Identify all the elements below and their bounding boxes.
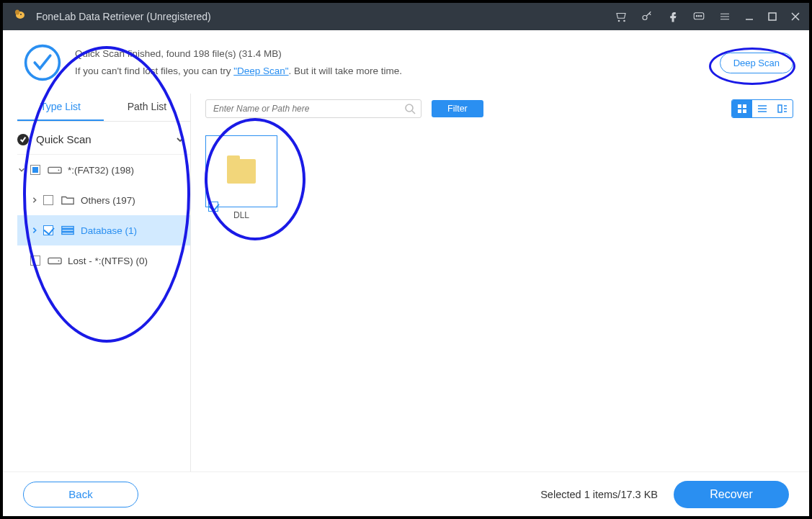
close-icon[interactable]: [790, 12, 800, 22]
view-grid-button[interactable]: [732, 100, 752, 117]
tree-others[interactable]: Others (197): [17, 185, 190, 215]
cart-icon[interactable]: [615, 10, 628, 23]
svg-point-11: [58, 170, 60, 171]
file-checkbox[interactable]: [208, 202, 218, 212]
chevron-right-icon: [30, 226, 39, 235]
svg-rect-10: [48, 167, 61, 173]
maximize-icon[interactable]: [767, 12, 777, 22]
selection-info: Selected 1 items/17.3 KB: [540, 489, 658, 500]
tree-database[interactable]: Database (1): [17, 215, 190, 245]
svg-rect-19: [743, 104, 746, 108]
footer: Back Selected 1 items/17.3 KB Recover: [3, 471, 809, 516]
checkbox-empty[interactable]: [30, 256, 40, 266]
app-logo-icon: [12, 8, 29, 25]
svg-rect-21: [743, 109, 746, 113]
deep-scan-link[interactable]: "Deep Scan": [233, 66, 288, 76]
titlebar: FoneLab Data Retriever (Unregistered): [3, 3, 809, 30]
chevron-down-icon: [176, 135, 184, 144]
search-input[interactable]: [205, 99, 421, 118]
menu-icon[interactable]: [718, 10, 731, 23]
svg-point-7: [700, 16, 702, 17]
svg-point-16: [58, 261, 60, 262]
svg-point-1: [15, 10, 19, 15]
recover-button[interactable]: Recover: [674, 481, 789, 508]
svg-rect-18: [738, 104, 741, 108]
facebook-icon[interactable]: [666, 10, 679, 23]
tab-type-list[interactable]: Type List: [17, 94, 104, 121]
app-title: FoneLab Data Retriever (Unregistered): [36, 11, 615, 22]
tree-drive-fat32[interactable]: *:(FAT32) (198): [17, 155, 190, 185]
chevron-right-icon: [30, 196, 39, 204]
svg-rect-14: [62, 233, 73, 235]
file-thumbnail: [205, 135, 277, 207]
svg-point-2: [20, 14, 22, 15]
view-toggle: [731, 99, 793, 118]
svg-point-9: [26, 46, 60, 80]
view-list-button[interactable]: [752, 100, 772, 117]
database-icon: [61, 225, 75, 236]
svg-point-3: [643, 16, 647, 20]
tab-path-list[interactable]: Path List: [104, 94, 190, 121]
file-grid: DLL: [205, 131, 793, 220]
svg-rect-8: [769, 13, 776, 20]
checkbox-partial[interactable]: [30, 165, 40, 175]
folder-icon: [61, 194, 75, 206]
drive-icon: [48, 164, 62, 176]
svg-rect-12: [62, 227, 73, 229]
chevron-down-icon: [17, 166, 26, 174]
sidebar: Type List Path List Quick Scan *:(FAT32)…: [3, 94, 190, 488]
search-icon[interactable]: [404, 103, 416, 114]
svg-rect-15: [48, 258, 61, 263]
deep-scan-button[interactable]: Deep Scan: [720, 53, 793, 73]
main-area: Type List Path List Quick Scan *:(FAT32)…: [3, 94, 809, 488]
svg-rect-22: [778, 105, 782, 112]
success-check-icon: [23, 43, 62, 82]
feedback-icon[interactable]: [692, 10, 705, 23]
vertical-divider: [190, 94, 191, 488]
checkbox-empty[interactable]: [43, 195, 53, 205]
app-window: FoneLab Data Retriever (Unregistered) Qu…: [0, 0, 812, 519]
filter-button[interactable]: Filter: [432, 100, 483, 117]
minimize-icon[interactable]: [744, 12, 754, 22]
drive-icon: [48, 255, 62, 266]
tree-quick-scan[interactable]: Quick Scan: [17, 125, 190, 155]
status-line2: If you can't find lost files, you can tr…: [75, 63, 720, 80]
folder-icon: [227, 159, 256, 184]
svg-rect-13: [62, 230, 73, 232]
svg-rect-20: [738, 109, 741, 113]
svg-point-5: [696, 16, 697, 17]
sidebar-tabs: Type List Path List: [17, 94, 190, 122]
back-button[interactable]: Back: [23, 482, 138, 507]
view-detail-button[interactable]: [772, 100, 793, 117]
file-name: DLL: [205, 210, 277, 220]
key-icon[interactable]: [641, 10, 653, 23]
tree-lost-ntfs[interactable]: Lost - *:(NTFS) (0): [17, 245, 190, 276]
search-box: [205, 99, 421, 118]
status-row: Quick Scan finished, found 198 file(s) (…: [3, 30, 809, 94]
badge-check-icon: [17, 134, 29, 145]
content-area: Filter DLL: [197, 94, 809, 488]
svg-point-17: [406, 104, 413, 112]
status-line1: Quick Scan finished, found 198 file(s) (…: [75, 45, 720, 63]
checkbox-checked[interactable]: [43, 225, 53, 235]
file-item-dll[interactable]: DLL: [205, 135, 277, 220]
content-toolbar: Filter: [205, 94, 793, 124]
svg-point-6: [698, 16, 700, 17]
